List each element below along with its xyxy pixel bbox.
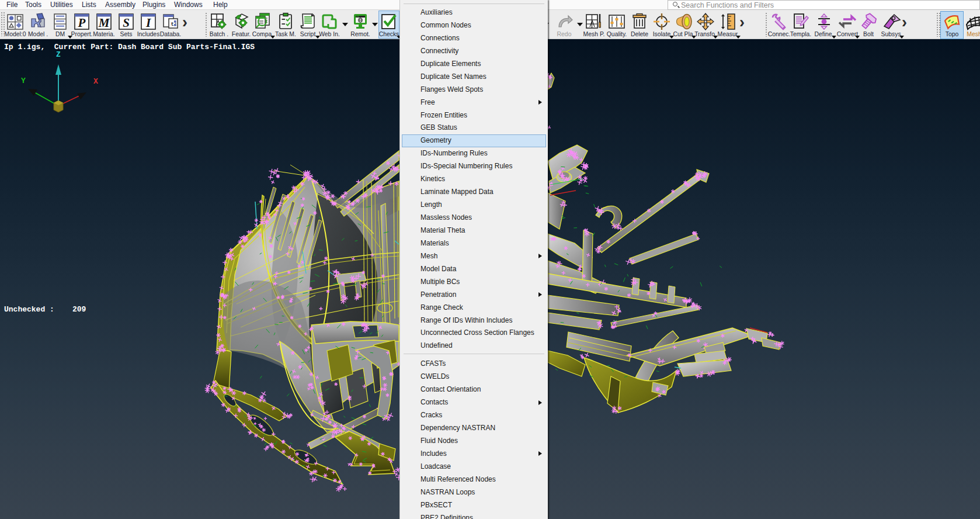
- svg-text:P: P: [78, 16, 86, 30]
- svg-text:t:: t:: [171, 22, 178, 27]
- svg-text:S: S: [123, 16, 130, 30]
- svg-text:Y: Y: [21, 77, 26, 85]
- svg-text:I: I: [145, 16, 151, 30]
- svg-text:M: M: [98, 16, 110, 30]
- svg-text:Z: Z: [56, 50, 61, 59]
- svg-text:X: X: [93, 77, 98, 86]
